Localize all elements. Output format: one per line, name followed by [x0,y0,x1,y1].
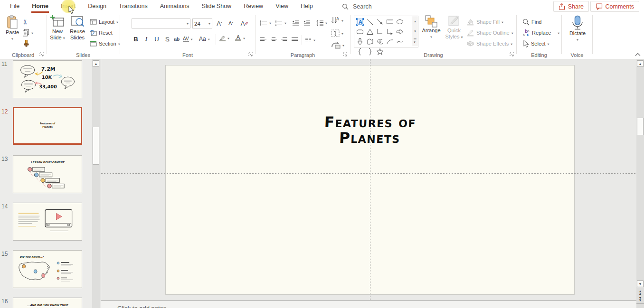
character-spacing-button[interactable]: AV ▾ [183,34,193,44]
tab-home[interactable]: Home [26,0,55,13]
decrease-indent-button[interactable] [292,18,299,28]
slide-thumbnail-16[interactable]: ...AND DID YOU KNOW THIS? [13,298,82,308]
shape-arc[interactable] [385,37,395,47]
select-button[interactable]: Select ▾ [522,39,549,48]
shape-elbow-arrow-connector[interactable] [385,27,395,37]
increase-font-size-button[interactable]: Aˆ [215,19,224,28]
collapse-ribbon-button[interactable] [635,53,641,56]
tab-transitions[interactable]: Transitions [113,0,154,13]
slide-thumbnail-13[interactable]: LESSON DEVELOPMENT [13,155,82,193]
comments-button[interactable]: Comments [590,1,639,12]
bullets-button[interactable]: ▾ [260,18,271,28]
shape-oval[interactable] [395,17,405,27]
text-direction-button[interactable]: A ▾ [331,16,343,25]
search-input[interactable]: Search [342,0,372,13]
numbering-button[interactable]: ▾ [275,18,286,28]
canvas-scrollbar[interactable]: ▲ ▼ ▲▲ ▼▼ [636,59,644,308]
shape-right-arrow[interactable] [395,27,405,37]
select-icon [522,40,529,47]
columns-button[interactable]: ▾ [305,35,315,45]
replace-button[interactable]: b c Replace ▾ [522,28,559,37]
font-size-combo[interactable]: 24 ▾ [192,19,212,28]
align-left-button[interactable] [260,35,266,45]
shape-line[interactable] [365,17,375,27]
tab-file[interactable]: File [4,0,26,13]
tab-design[interactable]: Design [82,0,113,13]
dropdown-arrow-icon: ▾ [243,36,245,39]
italic-button[interactable]: I [142,34,151,44]
gallery-scroll-up[interactable]: ▴ [412,16,418,26]
clipboard-dialog-launcher[interactable] [39,52,45,57]
slide-thumbnail-15[interactable]: DID YOU KNOW...? [13,250,82,288]
shape-scribble[interactable] [375,37,385,47]
convert-smartart-button[interactable]: ▾ [331,40,344,50]
tab-help[interactable]: Help [294,0,319,13]
increase-indent-button[interactable] [303,18,311,28]
justify-button[interactable] [291,35,298,45]
notes-pane[interactable]: Click to add notes [101,300,636,308]
layout-button[interactable]: Layout ▾ [90,17,118,27]
bold-button[interactable]: B [131,34,141,44]
gallery-scroll-down[interactable]: ▾ [412,26,418,36]
thumbnail-panel-scrollbar[interactable]: ▲ [92,59,100,308]
dictate-button[interactable]: Dictate ▾ [567,15,588,43]
reset-button[interactable]: Reset [90,28,113,37]
scrollbar-thumb[interactable] [93,127,99,165]
shape-curve[interactable] [395,37,405,47]
text-shadow-button[interactable]: S [162,34,172,44]
slide-thumbnail-11[interactable]: 7.2M 10K 33,400 [13,60,82,98]
tab-review[interactable]: Review [237,0,269,13]
strikethrough-button[interactable]: ab [172,34,181,44]
font-color-button[interactable]: A ▾ [235,33,245,43]
drawing-dialog-launcher[interactable] [510,52,515,57]
gallery-more-button[interactable]: ▔▾ [412,36,418,46]
font-name-combo[interactable]: ▾ [132,19,190,28]
numbering-icon [275,20,283,26]
tab-slide-show[interactable]: Slide Show [196,0,238,13]
align-right-button[interactable] [281,35,287,45]
align-center-button[interactable] [270,35,277,45]
shape-elbow-connector[interactable] [375,27,385,37]
slide-title-textbox[interactable]: Features of Planets [165,114,575,146]
previous-slide-button[interactable]: ▲▲ [637,290,643,295]
underline-button[interactable]: U [152,34,161,44]
change-case-button[interactable]: Aa ▾ [199,34,210,44]
new-slide-button[interactable]: New Slide ▾ [47,15,67,41]
scroll-up-button[interactable]: ▲ [637,60,644,67]
paragraph-group: ▾ ▾ ▾ [256,13,350,59]
find-button[interactable]: Find [522,17,541,27]
shape-rectangle[interactable] [385,17,395,27]
reuse-slides-button[interactable]: Reuse Slides [67,15,87,41]
dropdown-arrow-icon: ▾ [342,43,344,47]
copy-button[interactable]: ▾ [22,28,33,37]
scroll-down-button[interactable]: ▼ [637,280,644,287]
shape-freeform[interactable] [365,37,375,47]
scrollbar-thumb[interactable] [637,118,644,135]
align-text-button[interactable]: ▾ [331,28,343,38]
cut-button[interactable]: ✂ [22,17,28,27]
tab-view[interactable]: View [269,0,294,13]
next-slide-button[interactable]: ▼▼ [637,297,643,301]
slide-thumbnail-12-selected[interactable]: Features of Planets [13,107,82,145]
share-button[interactable]: Share [553,1,589,12]
tab-insert[interactable]: Insert [55,0,82,13]
decrease-font-size-button[interactable]: Aˇ [226,19,236,28]
shape-text-box[interactable]: A [355,17,365,27]
highlight-color-button[interactable]: ▾ [219,33,229,43]
section-button[interactable]: Section ▾ [90,39,120,48]
shape-rounded-rectangle[interactable] [355,27,365,37]
scroll-up-button[interactable]: ▲ [93,60,99,67]
shape-down-arrow[interactable] [355,37,365,47]
shape-triangle[interactable] [365,27,375,37]
arrange-button[interactable]: Arrange ▾ [421,15,442,40]
clear-formatting-button[interactable]: A [240,19,249,28]
font-dialog-launcher[interactable] [248,52,254,57]
format-painter-button[interactable] [22,39,30,48]
line-spacing-button[interactable]: ▾ [316,18,327,28]
paste-button[interactable]: Paste ▾ [3,15,22,42]
shape-arrow[interactable] [375,17,385,27]
tab-animations[interactable]: Animations [154,0,196,13]
paragraph-dialog-launcher[interactable] [343,52,348,57]
slide-thumbnail-14[interactable] [13,203,82,241]
dropdown-arrow-icon: ▾ [63,36,65,40]
